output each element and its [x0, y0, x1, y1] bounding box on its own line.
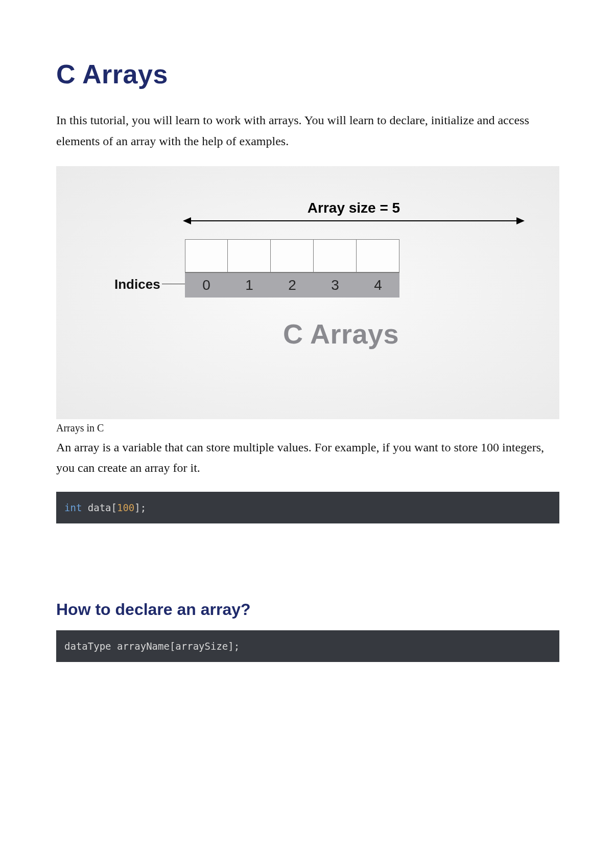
array-cells-row	[185, 239, 399, 272]
index-cell: 0	[185, 273, 228, 298]
diagram-title: C Arrays	[56, 318, 559, 350]
intro-text: In this tutorial, you will learn to work…	[56, 110, 559, 152]
code-text: ];	[134, 502, 146, 513]
size-arrow: Array size = 5	[184, 200, 524, 221]
size-arrow-label: Array size = 5	[184, 200, 524, 216]
array-diagram: Array size = 5 Indices 0 1 2 3 4 C Array…	[56, 166, 559, 419]
section-heading-declare: How to declare an array?	[56, 600, 559, 619]
code-keyword: int	[64, 502, 82, 513]
index-cell: 1	[228, 273, 271, 298]
page-title: C Arrays	[56, 59, 559, 89]
array-cell	[228, 239, 271, 272]
code-example-1: int data[100];	[56, 492, 559, 523]
diagram-caption: Arrays in C	[56, 422, 559, 434]
code-example-2: dataType arrayName[arraySize];	[56, 630, 559, 662]
index-cell: 4	[357, 273, 399, 298]
array-cell	[185, 239, 228, 272]
code-text: data[	[82, 502, 117, 513]
index-cell: 2	[271, 273, 314, 298]
code-number: 100	[117, 502, 134, 513]
double-arrow-icon	[184, 220, 524, 221]
indices-tick-icon	[162, 284, 185, 285]
definition-text: An array is a variable that can store mu…	[56, 437, 559, 479]
indices-row: 0 1 2 3 4	[185, 272, 399, 298]
array-cell	[271, 239, 314, 272]
array-cell	[357, 239, 399, 272]
indices-label: Indices	[114, 277, 160, 292]
index-cell: 3	[314, 273, 357, 298]
array-cell	[314, 239, 357, 272]
